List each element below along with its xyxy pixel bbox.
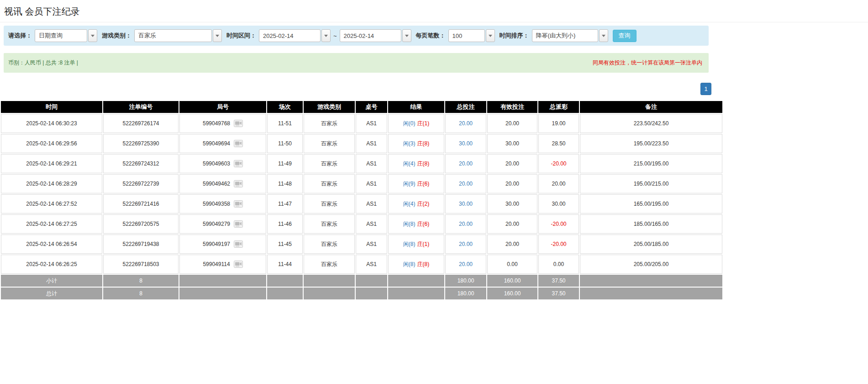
cell-table-no: AS1 <box>356 235 387 254</box>
cell-table-no: AS1 <box>356 174 387 193</box>
date-from-input[interactable] <box>259 29 321 42</box>
total-bet-link[interactable]: 20.00 <box>459 221 473 227</box>
empty-cell <box>304 275 355 287</box>
empty-cell <box>179 288 266 299</box>
cell-round-id: 599049694 <box>179 134 266 153</box>
round-id-text: 599049358 <box>203 201 230 207</box>
page-size-input[interactable] <box>448 29 485 42</box>
cell-remark: 165.00/195.00 <box>580 194 722 213</box>
cell-time: 2025-02-14 06:27:52 <box>1 194 102 213</box>
page-header: 视讯 会员下注纪录 <box>0 0 868 22</box>
subtotal-count: 8 <box>103 275 179 287</box>
cell-remark: 205.00/185.00 <box>580 235 722 254</box>
total-bet-link[interactable]: 20.00 <box>459 241 473 247</box>
total-bet-link[interactable]: 20.00 <box>459 181 473 187</box>
total-bet-link[interactable]: 20.00 <box>459 160 473 167</box>
cell-remark: 195.00/215.00 <box>580 174 722 193</box>
chevron-down-icon <box>405 35 409 37</box>
result-player: 闲(8) <box>403 241 416 247</box>
page-size-label: 每页笔数： <box>416 32 446 40</box>
game-type-dropdown-button[interactable] <box>213 29 222 42</box>
cell-bet-id: 522269718503 <box>103 255 179 274</box>
total-total-bet: 180.00 <box>445 288 486 299</box>
result-banker: 庄(1) <box>417 120 430 127</box>
cell-game-type: 百家乐 <box>304 214 355 234</box>
cell-total-bet: 20.00 <box>445 114 486 133</box>
cell-bet-id: 522269722739 <box>103 174 179 193</box>
video-replay-icon[interactable] <box>234 140 243 147</box>
cell-session: 11-46 <box>267 214 303 234</box>
total-bet-link[interactable]: 30.00 <box>459 201 473 207</box>
date-from-dropdown-button[interactable] <box>321 29 331 42</box>
cell-result: 闲(9)庄(6) <box>388 174 444 193</box>
cell-valid-bet: 20.00 <box>487 174 537 193</box>
video-replay-icon[interactable] <box>234 240 243 248</box>
cell-valid-bet: 20.00 <box>487 114 537 133</box>
total-bet-link[interactable]: 20.00 <box>459 120 473 127</box>
video-replay-icon[interactable] <box>234 220 243 228</box>
cell-remark: 215.00/195.00 <box>580 154 722 173</box>
chevron-down-icon <box>602 35 605 37</box>
round-id-text: 599049768 <box>203 120 230 127</box>
total-label: 总计 <box>1 288 102 299</box>
video-replay-icon[interactable] <box>234 200 243 208</box>
cell-session: 11-49 <box>267 154 303 173</box>
result-player: 闲(8) <box>403 261 416 267</box>
col-header-game-type: 游戏类别 <box>304 101 355 113</box>
sort-dropdown-button[interactable] <box>599 29 608 42</box>
table-row: 2025-02-14 06:28:29 522269722739 5990494… <box>1 174 722 193</box>
video-replay-icon[interactable] <box>234 180 243 187</box>
subtotal-label: 小计 <box>1 275 102 287</box>
cell-payout: 28.50 <box>538 134 579 153</box>
cell-table-no: AS1 <box>356 255 387 274</box>
cell-game-type: 百家乐 <box>304 114 355 133</box>
sort-input[interactable] <box>532 29 598 42</box>
date-to-dropdown-button[interactable] <box>402 29 411 42</box>
video-replay-icon[interactable] <box>234 261 243 268</box>
cell-payout: 19.00 <box>538 114 579 133</box>
pagination-top: 1 <box>0 83 711 95</box>
result-banker: 庄(6) <box>417 181 430 187</box>
date-to-input[interactable] <box>340 29 401 42</box>
cell-game-type: 百家乐 <box>304 174 355 193</box>
subtotal-total-bet: 180.00 <box>445 275 486 287</box>
search-button[interactable]: 查询 <box>613 30 637 42</box>
cell-time: 2025-02-14 06:28:29 <box>1 174 102 193</box>
cell-bet-id: 522269726174 <box>103 114 179 133</box>
cell-total-bet: 20.00 <box>445 255 486 274</box>
total-valid-bet: 160.00 <box>487 288 537 299</box>
cell-valid-bet: 30.00 <box>487 194 537 213</box>
query-type-dropdown-button[interactable] <box>88 29 97 42</box>
cell-payout: -20.00 <box>538 214 579 234</box>
cell-result: 闲(4)庄(8) <box>388 154 444 173</box>
cell-total-bet: 20.00 <box>445 235 486 254</box>
chevron-down-icon <box>91 35 95 37</box>
query-type-input[interactable] <box>35 29 87 42</box>
video-replay-icon[interactable] <box>234 120 243 127</box>
cell-game-type: 百家乐 <box>304 194 355 213</box>
video-replay-icon[interactable] <box>234 160 243 167</box>
result-player: 闲(3) <box>403 140 416 147</box>
cell-payout: -20.00 <box>538 235 579 254</box>
cell-result: 闲(0)庄(1) <box>388 114 444 133</box>
total-bet-link[interactable]: 30.00 <box>459 140 473 147</box>
result-player: 闲(0) <box>403 120 416 127</box>
col-header-result: 结果 <box>388 101 444 113</box>
table-row: 2025-02-14 06:26:54 522269719438 5990491… <box>1 235 722 254</box>
total-bet-link[interactable]: 20.00 <box>459 261 473 267</box>
cell-session: 11-45 <box>267 235 303 254</box>
table-row: 2025-02-14 06:29:56 522269725390 5990496… <box>1 134 722 153</box>
date-range-separator: ~ <box>333 32 337 39</box>
cell-round-id: 599049114 <box>179 255 266 274</box>
date-from-combo <box>259 29 331 42</box>
page-size-dropdown-button[interactable] <box>486 29 495 42</box>
cell-result: 闲(8)庄(1) <box>388 235 444 254</box>
cell-total-bet: 30.00 <box>445 134 486 153</box>
page-1-button[interactable]: 1 <box>700 83 711 95</box>
subtotal-payout: 37.50 <box>538 275 579 287</box>
cell-total-bet: 20.00 <box>445 154 486 173</box>
cell-session: 11-51 <box>267 114 303 133</box>
result-player: 闲(9) <box>403 181 416 187</box>
cell-round-id: 599049197 <box>179 235 266 254</box>
game-type-input[interactable] <box>134 29 212 42</box>
